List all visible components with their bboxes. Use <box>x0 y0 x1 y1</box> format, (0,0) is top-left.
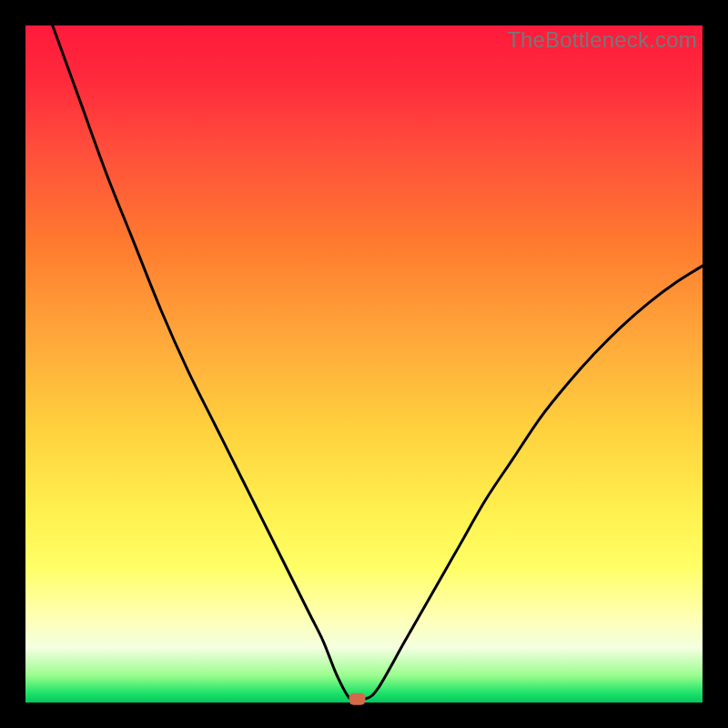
curve-layer <box>25 25 703 703</box>
optimal-marker <box>349 693 366 705</box>
bottleneck-curve <box>53 25 703 702</box>
plot-area: TheBottleneck.com <box>25 25 703 703</box>
chart-frame: TheBottleneck.com <box>0 0 728 728</box>
